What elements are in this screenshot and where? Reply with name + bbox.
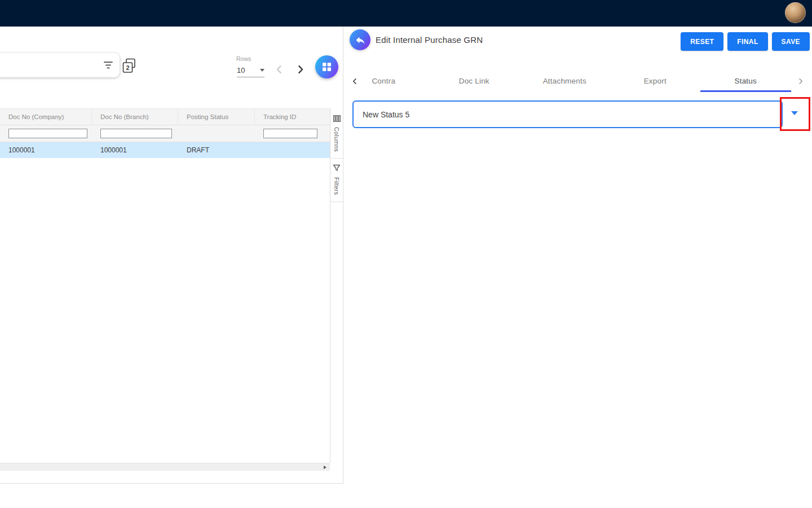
edit-grn-panel: Edit Internal Purchase GRN RESET FINAL S… [343, 27, 812, 484]
status-dropdown-arrow-icon[interactable] [791, 111, 798, 115]
columns-tool[interactable]: Columns [330, 108, 343, 159]
filter-cell-posting-status [178, 125, 255, 142]
final-button[interactable]: FINAL [727, 32, 767, 51]
columns-tool-label: Columns [333, 127, 340, 152]
search-card [0, 53, 120, 77]
topbar [0, 0, 812, 27]
columns-icon [333, 114, 341, 124]
filters-icon [333, 164, 341, 174]
status-select-value: New Status 5 [363, 110, 409, 119]
horizontal-scrollbar[interactable] [0, 463, 330, 471]
table-filter-row [0, 125, 330, 142]
tab-doc-link[interactable]: Doc Link [429, 71, 520, 92]
documents-table: Doc No (Company) Doc No (Branch) Posting… [0, 108, 330, 158]
tab-attachments[interactable]: Attachments [519, 71, 610, 92]
table-header-row: Doc No (Company) Doc No (Branch) Posting… [0, 108, 330, 125]
filter-list-icon[interactable] [103, 61, 113, 69]
filter-cell-doc-no-branch [92, 125, 178, 142]
column-header-posting-status[interactable]: Posting Status [178, 109, 255, 125]
cell-doc-no-branch: 1000001 [92, 142, 178, 158]
tab-export[interactable]: Export [610, 71, 701, 92]
rows-per-page-select[interactable]: 10 [237, 64, 264, 77]
cell-posting-status: DRAFT [178, 142, 255, 158]
rows-caret-icon [260, 69, 264, 72]
duplicate-view-icon[interactable]: 2 [122, 58, 136, 73]
back-button[interactable] [350, 29, 370, 50]
filters-tool[interactable]: Filters [330, 159, 343, 202]
rows-per-page-value: 10 [237, 66, 245, 75]
filters-tool-label: Filters [333, 177, 340, 195]
reset-button[interactable]: RESET [681, 32, 723, 51]
tabs-viewport: Contra Doc Link Attachments Export Statu… [343, 71, 812, 92]
documents-grid-panel: 2 Rows 10 [0, 27, 343, 484]
tabs-scroll-right-icon[interactable] [795, 76, 806, 87]
status-select[interactable]: New Status 5 [352, 100, 783, 128]
column-header-doc-no-company[interactable]: Doc No (Company) [0, 109, 92, 125]
scroll-right-icon[interactable] [324, 466, 326, 469]
filter-input-doc-no-company[interactable] [8, 129, 87, 138]
filter-cell-doc-no-company [0, 125, 92, 142]
search-input[interactable] [5, 53, 104, 77]
detail-tabbar: Contra Doc Link Attachments Export Statu… [343, 71, 812, 92]
cell-tracking-id [255, 142, 330, 158]
duplicate-view-count: 2 [126, 64, 129, 71]
app-screen: 2 Rows 10 [0, 0, 812, 508]
filter-cell-tracking-id [255, 125, 330, 142]
tabs-row: Contra Doc Link Attachments Export Statu… [343, 71, 791, 92]
page-title: Edit Internal Purchase GRN [376, 35, 483, 45]
tab-status[interactable]: Status [700, 71, 791, 92]
filter-input-doc-no-branch[interactable] [100, 129, 172, 138]
next-page-button[interactable] [293, 62, 308, 77]
grid-view-icon [322, 62, 332, 72]
save-button[interactable]: SAVE [772, 32, 810, 51]
grid-view-button[interactable] [315, 55, 338, 78]
action-buttons: RESET FINAL SAVE [681, 32, 810, 51]
previous-page-button[interactable] [272, 62, 286, 77]
user-avatar[interactable] [785, 2, 806, 23]
column-header-doc-no-branch[interactable]: Doc No (Branch) [92, 109, 178, 125]
back-icon [355, 34, 366, 46]
cell-doc-no-company: 1000001 [0, 142, 92, 158]
filter-input-tracking-id[interactable] [263, 129, 317, 138]
tabs-scroll-left-icon[interactable] [349, 76, 360, 87]
grid-side-toolbar: Columns Filters [330, 108, 343, 463]
column-header-tracking-id[interactable]: Tracking ID [255, 109, 330, 125]
rows-per-page-label: Rows [236, 55, 251, 62]
table-row-selected[interactable]: 1000001 1000001 DRAFT [0, 142, 330, 158]
